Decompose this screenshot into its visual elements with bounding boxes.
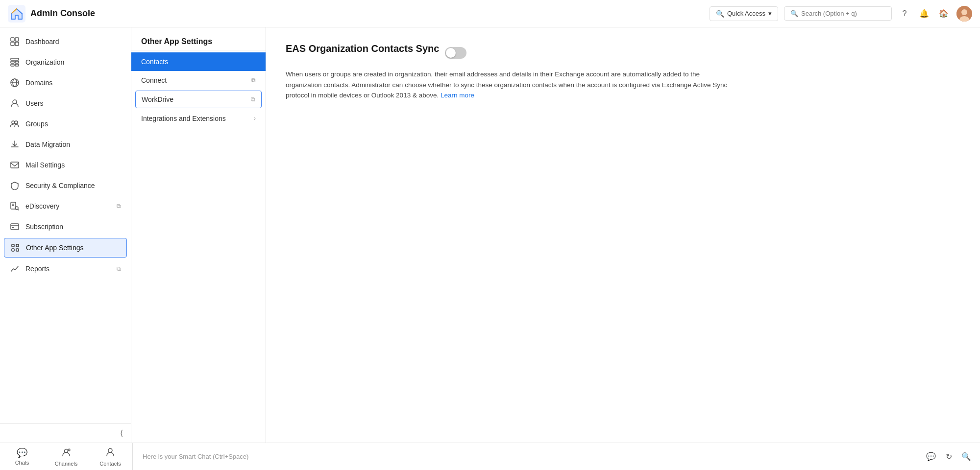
svg-line-24 [18, 210, 19, 211]
user-icon [10, 98, 20, 108]
quick-access-label: Quick Access [727, 10, 765, 17]
sidebar-item-users-label: Users [25, 99, 121, 107]
sidebar-item-dashboard[interactable]: Dashboard [0, 31, 131, 52]
sidebar-item-domains-label: Domains [25, 79, 121, 87]
smart-chat-bar[interactable]: Here is your Smart Chat (Ctrl+Space) [132, 443, 917, 470]
svg-rect-31 [16, 249, 19, 251]
search-input[interactable] [801, 10, 885, 17]
learn-more-link[interactable]: Learn more [441, 92, 474, 99]
sidebar-item-reports-label: Reports [25, 265, 111, 273]
sidebar-item-security-compliance[interactable]: Security & Compliance [0, 175, 131, 196]
search-bottom-icon[interactable]: 🔍 [958, 449, 974, 465]
sidebar-item-data-migration[interactable]: Data Migration [0, 134, 131, 155]
sidebar-item-ediscovery[interactable]: eDiscovery ⧉ [0, 196, 131, 216]
home-icon[interactable]: 🏠 [937, 7, 951, 21]
contacts-icon [105, 447, 115, 459]
eas-sync-toggle[interactable] [445, 47, 466, 59]
svg-rect-12 [15, 64, 19, 66]
sidebar-item-subscription[interactable]: Subscription [0, 216, 131, 237]
bottom-tab-channels[interactable]: Channels [44, 443, 88, 470]
sidebar-item-mail-settings[interactable]: Mail Settings [0, 155, 131, 175]
svg-point-34 [108, 448, 112, 452]
discovery-icon [10, 201, 20, 211]
sidebar-item-groups-label: Groups [25, 120, 121, 128]
svg-rect-8 [11, 58, 19, 60]
svg-point-33 [68, 449, 70, 451]
logo-area: Admin Console [8, 5, 135, 23]
svg-point-17 [12, 121, 15, 124]
svg-rect-10 [11, 64, 14, 66]
main-layout: Dashboard Organization Domains [0, 27, 980, 443]
main-content: EAS Organization Contacts Sync When user… [266, 27, 980, 443]
svg-point-18 [15, 121, 18, 124]
sub-item-integrations[interactable]: Integrations and Extensions › [131, 109, 266, 128]
app-title: Admin Console [30, 8, 95, 19]
external-link-icon-ediscovery: ⧉ [117, 203, 121, 210]
svg-rect-11 [15, 61, 19, 63]
sub-item-connect-label: Connect [141, 76, 167, 84]
external-link-icon-connect: ⧉ [251, 77, 256, 84]
sidebar-item-other-app-settings[interactable]: Other App Settings [4, 238, 127, 258]
svg-rect-30 [12, 249, 14, 251]
svg-rect-4 [11, 38, 14, 41]
bottom-tab-contacts[interactable]: Contacts [88, 443, 132, 470]
svg-rect-25 [11, 224, 19, 230]
svg-rect-29 [16, 244, 19, 247]
groups-icon [10, 119, 20, 129]
sidebar-item-organization-label: Organization [25, 58, 121, 66]
top-header: Admin Console 🔍 Quick Access ▾ 🔍 ? 🔔 🏠 [0, 0, 980, 27]
sub-item-contacts[interactable]: Contacts [131, 52, 266, 71]
content-title: EAS Organization Contacts Sync [286, 43, 439, 54]
sub-item-integrations-label: Integrations and Extensions [141, 115, 226, 122]
sidebar-item-organization[interactable]: Organization [0, 52, 131, 72]
smart-chat-placeholder: Here is your Smart Chat (Ctrl+Space) [143, 453, 248, 460]
sidebar-item-domains[interactable]: Domains [0, 72, 131, 93]
search-box[interactable]: 🔍 [784, 6, 892, 21]
grid-icon [10, 37, 20, 47]
logo-icon [8, 5, 25, 23]
chat-bubble-icon[interactable]: 💬 [923, 449, 939, 465]
search-icon-qa: 🔍 [716, 10, 724, 18]
avatar[interactable] [956, 6, 972, 22]
sidebar-item-reports[interactable]: Reports ⧉ [0, 258, 131, 279]
bottom-tab-contacts-label: Contacts [99, 461, 121, 467]
sub-item-workdrive[interactable]: WorkDrive ⧉ [135, 91, 262, 108]
sub-sidebar-title: Other App Settings [131, 31, 266, 50]
subscription-icon [10, 222, 20, 232]
svg-rect-5 [15, 38, 19, 41]
bottom-tab-channels-label: Channels [55, 461, 77, 467]
channels-icon [61, 447, 71, 459]
refresh-icon[interactable]: ↻ [941, 449, 956, 465]
reports-icon [10, 264, 20, 274]
collapse-icon: ⟨ [120, 428, 123, 438]
bottom-tab-chats[interactable]: 💬 Chats [0, 443, 44, 470]
external-link-icon-reports: ⧉ [117, 265, 121, 272]
header-right: 🔍 Quick Access ▾ 🔍 ? 🔔 🏠 [710, 6, 972, 22]
svg-rect-27 [12, 227, 14, 228]
help-icon[interactable]: ? [898, 7, 911, 21]
sub-item-contacts-label: Contacts [141, 58, 168, 66]
quick-access-button[interactable]: 🔍 Quick Access ▾ [710, 6, 778, 21]
svg-rect-9 [11, 61, 14, 63]
sub-item-workdrive-label: WorkDrive [142, 95, 173, 103]
svg-rect-6 [11, 42, 14, 46]
sidebar-item-users[interactable]: Users [0, 93, 131, 114]
sidebar-item-ediscovery-label: eDiscovery [25, 202, 111, 210]
download-icon [10, 140, 20, 149]
svg-rect-7 [15, 42, 19, 46]
sidebar-collapse-button[interactable]: ⟨ [0, 423, 131, 443]
toggle-row: EAS Organization Contacts Sync [286, 43, 960, 62]
sub-item-connect[interactable]: Connect ⧉ [131, 71, 266, 90]
sub-sidebar: Other App Settings Contacts Connect ⧉ Wo… [131, 27, 266, 443]
notification-bell-icon[interactable]: 🔔 [917, 7, 931, 21]
svg-point-2 [961, 9, 967, 15]
svg-rect-19 [11, 162, 19, 168]
sidebar-item-security-compliance-label: Security & Compliance [25, 182, 121, 189]
sidebar-nav: Dashboard Organization Domains [0, 27, 131, 423]
search-icon: 🔍 [790, 10, 798, 17]
sidebar-item-dashboard-label: Dashboard [25, 38, 121, 46]
sidebar-item-subscription-label: Subscription [25, 223, 121, 231]
sidebar-item-data-migration-label: Data Migration [25, 141, 121, 148]
sidebar-item-groups[interactable]: Groups [0, 114, 131, 134]
chats-icon: 💬 [17, 447, 27, 458]
